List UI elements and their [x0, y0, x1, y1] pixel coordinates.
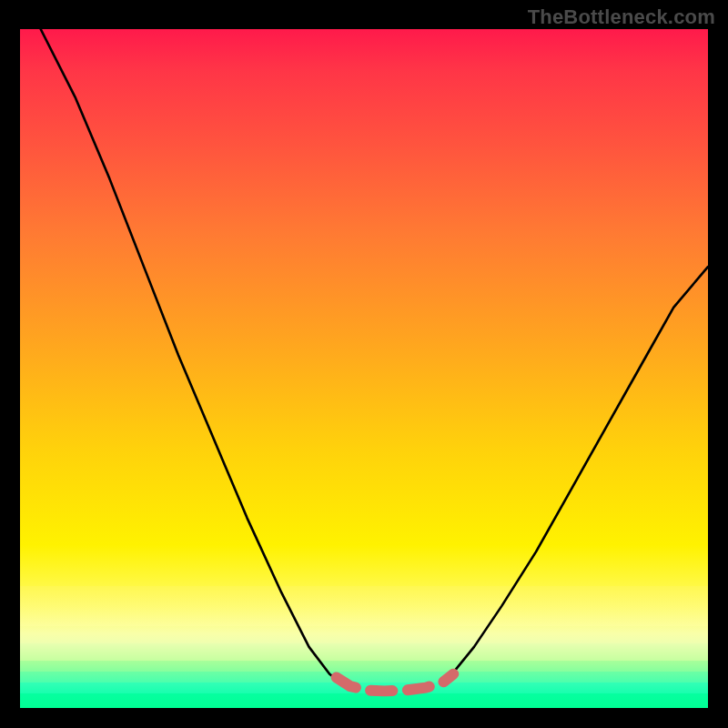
- chart-stage: TheBottleneck.com: [0, 0, 728, 728]
- curve-layer: [20, 29, 708, 708]
- sweet-spot-path: [337, 674, 454, 692]
- watermark-text: TheBottleneck.com: [528, 5, 715, 29]
- plot-area: [20, 29, 708, 708]
- left-curve-path: [41, 29, 344, 684]
- right-curve-path: [447, 267, 708, 681]
